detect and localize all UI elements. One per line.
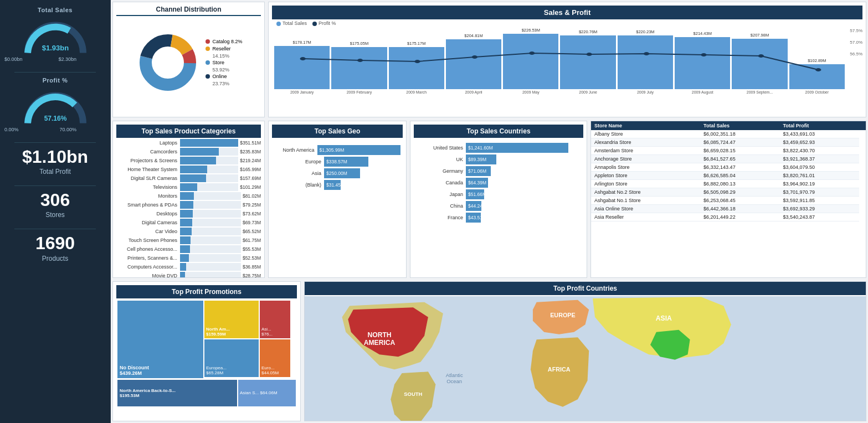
world-map: NORTH AMERICA EUROPE ASIA AFRICA SOUTH A… bbox=[305, 296, 866, 421]
bar-aug: $214.43M bbox=[675, 31, 730, 89]
top-profit-countries-title: Top Profit Countries bbox=[305, 282, 866, 295]
svg-text:SOUTH: SOUTH bbox=[404, 391, 422, 397]
svg-text:NORTH: NORTH bbox=[367, 331, 391, 339]
list-item: Movie DVD $28.75M bbox=[116, 272, 261, 278]
table-row: Anchorage Store $6,841,527.65 $3,921,368… bbox=[591, 155, 866, 163]
left-panel: Total Sales $1.93bn $0.00bn $2.30bn Prof… bbox=[0, 0, 111, 423]
donut-chart-area: Catalog 8.2% Reseller 14.15% Store 53.92… bbox=[116, 18, 261, 107]
map-svg: NORTH AMERICA EUROPE ASIA AFRICA SOUTH A… bbox=[305, 296, 866, 421]
sales-profit-panel: Sales & Profit Total Sales Profit % 57.5… bbox=[268, 2, 866, 117]
top-countries-title: Top Sales Countries bbox=[414, 125, 583, 138]
x-axis-labels: 2009 January 2009 February 2009 March 20… bbox=[274, 90, 860, 94]
table-row: Albany Store $6,002,351.18 $3,433,691.03 bbox=[591, 130, 866, 138]
country-row-de: Germany $71.06M bbox=[416, 166, 581, 176]
bar-container: $178.17M $175.05M $175.17M $204.81M bbox=[274, 28, 860, 89]
store-table-panel: Store Name Total Sales Total Profit Alba… bbox=[590, 121, 866, 278]
store-dot bbox=[206, 60, 210, 65]
profit-axis: 57.5% 57.0% 56.5% bbox=[850, 28, 862, 56]
list-item: Digital Cameras $69.73M bbox=[116, 219, 261, 226]
table-row: Appleton Store $6,626,585.04 $3,820,761.… bbox=[591, 172, 866, 180]
country-row-fr: France $43.51M bbox=[416, 213, 581, 223]
promo-asian-s: Asian S... $64.06M bbox=[238, 380, 296, 406]
products-label: Products bbox=[4, 255, 106, 262]
promo-mid-right: Europea... $65.28M Euro... $44.05M bbox=[204, 339, 290, 377]
table-row: Amsterdam Store $6,659,028.15 $3,822,430… bbox=[591, 147, 866, 155]
list-item: Desktops $73.62M bbox=[116, 210, 261, 218]
total-sales-gauge: $1.93bn bbox=[19, 16, 91, 54]
top-sales-cat-title: Top Sales Product Categories bbox=[116, 125, 261, 138]
store-table-body: Albany Store $6,002,351.18 $3,433,691.03… bbox=[591, 130, 866, 221]
mid-row: Top Sales Product Categories Laptops $35… bbox=[111, 119, 868, 280]
svg-text:AFRICA: AFRICA bbox=[548, 366, 571, 373]
bar-mar: $175.17M bbox=[389, 41, 444, 89]
col-total-sales: Total Sales bbox=[700, 121, 779, 130]
total-sales-kpi: Total Sales $1.93bn $0.00bn $2.30bn bbox=[4, 7, 106, 62]
store-table-scroll[interactable]: Store Name Total Sales Total Profit Alba… bbox=[591, 121, 866, 221]
promo-right-col: North Am... $159.59M Asi... $76... Europ… bbox=[204, 301, 290, 379]
table-row: Ashgabat No.2 Store $6,505,098.29 $3,701… bbox=[591, 188, 866, 197]
top-promotions-panel: Top Profit Promotions No Discount $439.2… bbox=[112, 281, 301, 421]
svg-text:57.16%: 57.16% bbox=[44, 115, 66, 122]
divider-4 bbox=[14, 229, 95, 229]
country-row-us: United States $1,241.60M bbox=[416, 143, 581, 153]
total-profit-value: $1.10bn bbox=[4, 147, 106, 167]
bar-jan: $178.17M bbox=[274, 40, 330, 89]
svg-point-6 bbox=[152, 47, 183, 78]
promo-no-discount: No Discount $439.26M bbox=[117, 301, 203, 378]
bar-apr: $204.81M bbox=[446, 33, 501, 89]
promo-euro: Euro... $44.05M bbox=[260, 339, 290, 377]
legend-online: Online bbox=[206, 74, 242, 79]
main-content: Channel Distribution bbox=[111, 0, 868, 423]
total-sales-label: Total Sales bbox=[4, 7, 106, 13]
geo-row-na: North America $1,305.99M bbox=[274, 145, 400, 155]
table-row: Asia Online Store $6,442,366.18 $3,692,9… bbox=[591, 205, 866, 213]
list-item: Car Video $65.52M bbox=[116, 228, 261, 235]
legend-store: Store bbox=[206, 60, 242, 65]
promo-top-right: North Am... $159.59M Asi... $76... bbox=[204, 301, 290, 338]
sales-chart: 57.5% 57.0% 56.5% $178.17M $175.05M bbox=[272, 28, 862, 109]
table-row: Arlington Store $6,882,080.13 $3,964,902… bbox=[591, 180, 866, 188]
sales-profit-title: Sales & Profit bbox=[272, 6, 862, 19]
country-row-cn: China $44.24M bbox=[416, 201, 581, 211]
divider-2 bbox=[14, 142, 95, 143]
total-profit-kpi: $1.10bn Total Profit bbox=[4, 147, 106, 176]
products-kpi: 1690 Products bbox=[4, 234, 106, 262]
svg-text:Atlantic: Atlantic bbox=[446, 372, 463, 378]
products-value: 1690 bbox=[4, 234, 106, 253]
col-store-name: Store Name bbox=[591, 121, 700, 130]
country-row-ca: Canada $64.39M bbox=[416, 178, 581, 188]
bot-row: Top Profit Promotions No Discount $439.2… bbox=[111, 280, 868, 423]
table-row: Alexandria Store $6,085,724.47 $3,459,65… bbox=[591, 138, 866, 147]
bar-may: $226.53M bbox=[503, 28, 558, 89]
top-countries-panel: Top Sales Countries United States $1,241… bbox=[410, 121, 587, 278]
online-dot bbox=[206, 74, 210, 79]
promo-bottom-right: Asian S... $64.06M bbox=[238, 380, 296, 406]
donut-svg bbox=[135, 29, 201, 96]
top-profit-countries-panel: Top Profit Countries bbox=[304, 281, 866, 421]
bar-sep: $207.98M bbox=[732, 33, 787, 89]
reseller-dot bbox=[206, 47, 210, 51]
legend-reseller: Reseller bbox=[206, 46, 242, 51]
svg-text:Ocean: Ocean bbox=[446, 378, 462, 384]
country-row-uk: UK $89.39M bbox=[416, 154, 581, 164]
geo-row-blank: (Blank) $31.45M bbox=[274, 180, 400, 190]
top-promotions-title: Top Profit Promotions bbox=[116, 285, 297, 298]
channel-distribution-panel: Channel Distribution bbox=[112, 2, 265, 117]
svg-text:EUROPE: EUROPE bbox=[550, 312, 576, 318]
top-row: Channel Distribution bbox=[111, 0, 868, 119]
promo-europea: Europea... $65.28M bbox=[204, 339, 259, 377]
countries-bars: United States $1,241.60M UK $89.39M Germ… bbox=[414, 139, 583, 226]
category-bars: Laptops $351.51M Camcorders $235.83M Pro… bbox=[116, 139, 261, 278]
profit-pct-label: Profit % bbox=[4, 77, 106, 84]
legend-catalog: Catalog 8.2% bbox=[206, 39, 242, 44]
svg-text:$1.93bn: $1.93bn bbox=[42, 44, 68, 52]
list-item: Digital SLR Cameras $157.69M bbox=[116, 174, 261, 182]
top-sales-cat-panel: Top Sales Product Categories Laptops $35… bbox=[112, 121, 265, 278]
geo-row-eu: Europe $338.57M bbox=[274, 157, 400, 167]
list-item: Projectors & Screens $219.24M bbox=[116, 157, 261, 164]
bar-feb: $175.05M bbox=[331, 41, 387, 89]
bar-oct: $102.89M bbox=[789, 58, 845, 89]
list-item: Touch Screen Phones $61.75M bbox=[116, 236, 261, 244]
catalog-dot bbox=[206, 39, 210, 44]
table-row: Annapolis Store $6,332,143.47 $3,604,079… bbox=[591, 163, 866, 172]
